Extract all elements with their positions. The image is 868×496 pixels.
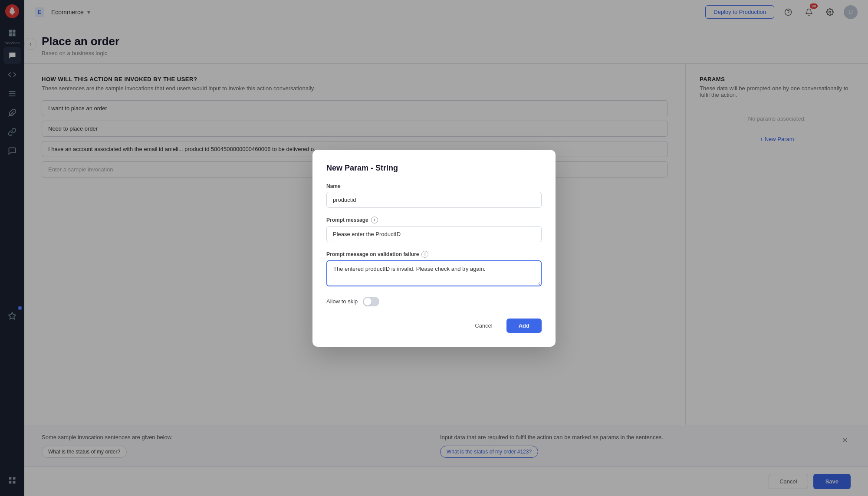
- new-param-modal: New Param - String Name Prompt message i…: [312, 150, 556, 347]
- allow-skip-toggle[interactable]: [363, 297, 379, 306]
- allow-skip-label: Allow to skip: [326, 298, 358, 305]
- prompt-field-label: Prompt message i: [326, 217, 542, 223]
- modal-cancel-button[interactable]: Cancel: [466, 319, 501, 333]
- modal-add-button[interactable]: Add: [506, 319, 542, 333]
- toggle-knob: [364, 298, 372, 305]
- modal-title: New Param - String: [326, 164, 542, 173]
- validation-info-icon[interactable]: i: [421, 251, 428, 258]
- validation-field-label: Prompt message on validation failure i: [326, 251, 542, 258]
- modal-actions: Cancel Add: [326, 319, 542, 333]
- prompt-info-icon[interactable]: i: [371, 217, 378, 223]
- prompt-input[interactable]: [326, 226, 542, 242]
- name-input[interactable]: [326, 192, 542, 208]
- app-container: Services: [0, 0, 868, 496]
- modal-overlay: New Param - String Name Prompt message i…: [0, 0, 868, 496]
- name-field-label: Name: [326, 183, 542, 189]
- allow-skip-row: Allow to skip: [326, 297, 542, 306]
- validation-textarea[interactable]: The entered productID is invalid. Please…: [326, 260, 542, 286]
